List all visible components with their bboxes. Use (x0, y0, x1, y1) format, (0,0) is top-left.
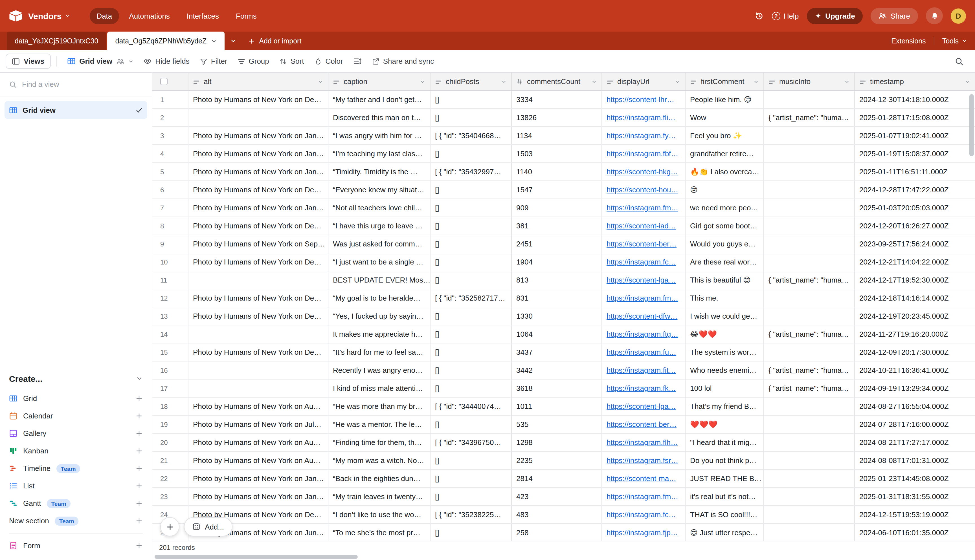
cell-caption[interactable]: “He was a mentor. The le… (328, 416, 431, 433)
table-row[interactable]: 23 Photo by Humans of New York on Jan… “… (152, 488, 975, 506)
create-item-list[interactable]: List (5, 477, 147, 495)
grid-view-switcher[interactable]: Grid view (62, 54, 138, 68)
plus-icon[interactable] (135, 517, 143, 525)
cell-musicinfo[interactable] (764, 145, 855, 162)
cell-childposts[interactable]: [] (431, 181, 512, 198)
cell-musicinfo[interactable] (764, 253, 855, 271)
cell-caption[interactable]: “Timidity. Timidity is the … (328, 163, 431, 180)
cell-caption[interactable]: Recently I was angry eno… (328, 362, 431, 379)
plus-icon[interactable] (135, 500, 143, 507)
cell-displayurl[interactable]: https://instagram.fbf… (602, 145, 686, 162)
cell-firstcomment[interactable]: I wish we could ge… (686, 307, 764, 325)
cell-alt[interactable]: Photo by Humans of New York on De… (189, 253, 328, 271)
cell-displayurl[interactable]: https://instagram.fc… (602, 253, 686, 271)
cell-commentscount[interactable]: 258 (512, 524, 602, 541)
display-url-link[interactable]: https://scontent-lga… (606, 276, 676, 284)
cell-firstcomment[interactable]: The system is wor… (686, 343, 764, 361)
cell-musicinfo[interactable] (764, 470, 855, 487)
cell-caption[interactable]: “To me she’s the most pr… (328, 524, 431, 541)
create-item-grid[interactable]: Grid (5, 390, 147, 407)
cell-firstcomment[interactable]: Do you not think p… (686, 452, 764, 469)
chevron-down-icon[interactable] (753, 79, 759, 84)
cell-timestamp[interactable]: 2024-10-21T16:36:41.000Z (855, 362, 975, 379)
cell-musicinfo[interactable]: { "artist_name": "huma… (764, 380, 855, 397)
plus-icon[interactable] (135, 395, 143, 402)
cell-firstcomment[interactable]: People like him. 😊 (686, 91, 764, 108)
cell-childposts[interactable]: [] (431, 91, 512, 108)
cell-childposts[interactable]: [] (431, 271, 512, 289)
cell-displayurl[interactable]: https://instagram.fit… (602, 362, 686, 379)
cell-firstcomment[interactable]: Would you guys e… (686, 235, 764, 253)
cell-commentscount[interactable]: 909 (512, 199, 602, 217)
row-number[interactable]: 19 (152, 416, 189, 433)
row-number[interactable]: 12 (152, 289, 189, 307)
cell-alt[interactable]: Photo by Humans of New York on De… (189, 307, 328, 325)
cell-musicinfo[interactable] (764, 343, 855, 361)
cell-caption[interactable]: “Everyone knew my situat… (328, 181, 431, 198)
cell-displayurl[interactable]: https://scontent-ma… (602, 470, 686, 487)
cell-commentscount[interactable]: 423 (512, 488, 602, 505)
help-button[interactable]: ? Help (772, 12, 799, 20)
cell-firstcomment[interactable]: Girl got some boot… (686, 217, 764, 235)
cell-commentscount[interactable]: 1011 (512, 398, 602, 415)
cell-commentscount[interactable]: 2451 (512, 235, 602, 253)
cell-caption[interactable]: “Finding time for them, th… (328, 434, 431, 451)
cell-caption[interactable]: “I’m teaching my last clas… (328, 145, 431, 162)
group-button[interactable]: Group (232, 54, 274, 68)
cell-displayurl[interactable]: https://instagram.fc… (602, 506, 686, 523)
cell-childposts[interactable]: [] (431, 470, 512, 487)
cell-alt[interactable]: Photo by Humans of New York on Au… (189, 434, 328, 451)
add-record-button[interactable] (160, 517, 179, 536)
vertical-scrollbar-thumb[interactable] (969, 94, 974, 156)
cell-caption[interactable]: “Not all teachers love chil… (328, 199, 431, 217)
cell-alt[interactable]: Photo by Humans of New York on Jan… (189, 145, 328, 162)
color-button[interactable]: Color (309, 54, 348, 68)
cell-displayurl[interactable]: https://instagram.fli… (602, 109, 686, 126)
cell-childposts[interactable]: [] (431, 343, 512, 361)
cell-commentscount[interactable]: 3334 (512, 91, 602, 108)
row-number[interactable]: 13 (152, 307, 189, 325)
select-all-checkbox[interactable] (160, 78, 168, 85)
table-list-chevron-icon[interactable] (225, 32, 242, 50)
table-row[interactable]: 19 Photo by Humans of New York on Jul… “… (152, 416, 975, 434)
cell-timestamp[interactable]: 2024-07-28T17:16:00.000Z (855, 416, 975, 433)
extensions-button[interactable]: Extensions (883, 32, 933, 50)
cell-displayurl[interactable]: https://instagram.fm… (602, 199, 686, 217)
cell-childposts[interactable]: [] (431, 235, 512, 253)
plus-icon[interactable] (135, 542, 143, 549)
cell-alt[interactable] (189, 380, 328, 397)
column-header-caption[interactable]: caption (328, 73, 431, 90)
views-button[interactable]: Views (6, 53, 50, 69)
cell-childposts[interactable]: [ { "id": "34396750… (431, 434, 512, 451)
cell-caption[interactable]: “My goal is to be heralde… (328, 289, 431, 307)
cell-caption[interactable]: “I was angry with him for … (328, 127, 431, 144)
cell-displayurl[interactable]: https://instagram.ftg… (602, 325, 686, 343)
cell-commentscount[interactable]: 1140 (512, 163, 602, 180)
cell-alt[interactable]: Photo by Humans of New York on Au… (189, 452, 328, 469)
cell-commentscount[interactable]: 381 (512, 217, 602, 235)
table-row[interactable]: 24 Photo by Humans of New York on De… “I… (152, 506, 975, 524)
hide-fields-button[interactable]: Hide fields (138, 54, 194, 68)
cell-timestamp[interactable]: 2024-06-10T16:01:35.000Z (855, 524, 975, 541)
cell-commentscount[interactable]: 1330 (512, 307, 602, 325)
cell-caption[interactable]: It makes me appreciate h… (328, 325, 431, 343)
cell-alt[interactable]: Photo by Humans of New York on Jan… (189, 199, 328, 217)
row-number[interactable]: 14 (152, 325, 189, 343)
nav-tab-interfaces[interactable]: Interfaces (180, 8, 226, 24)
horizontal-scrollbar-thumb[interactable] (155, 555, 358, 558)
column-header-childposts[interactable]: childPosts (431, 73, 512, 90)
table-row[interactable]: 3 Photo by Humans of New York on Jan… “I… (152, 127, 975, 145)
cell-timestamp[interactable]: 2025-01-31T18:31:55.000Z (855, 488, 975, 505)
workspace-switcher[interactable]: Vendors (28, 11, 70, 21)
cell-childposts[interactable]: [ { "id": "34440074… (431, 398, 512, 415)
column-header-alt[interactable]: alt (189, 73, 328, 90)
display-url-link[interactable]: https://scontent-lhr… (606, 95, 674, 104)
cell-displayurl[interactable]: https://scontent-lga… (602, 271, 686, 289)
cell-musicinfo[interactable] (764, 307, 855, 325)
cell-alt[interactable]: Photo by Humans of New York on Jan… (189, 470, 328, 487)
cell-firstcomment[interactable]: 100 lol (686, 380, 764, 397)
row-number[interactable]: 4 (152, 145, 189, 162)
chevron-down-icon[interactable] (965, 79, 970, 84)
cell-displayurl[interactable]: https://instagram.fsr… (602, 452, 686, 469)
horizontal-scrollbar[interactable] (152, 553, 975, 560)
